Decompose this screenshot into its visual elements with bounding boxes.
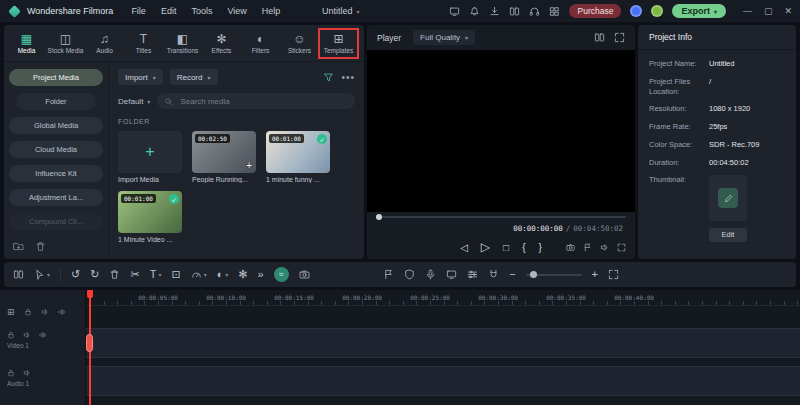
playhead-handle[interactable] <box>87 290 93 298</box>
sidebar-item-adjustment-layer[interactable]: Adjustment La... <box>9 189 103 206</box>
screen-record-button[interactable] <box>446 269 457 280</box>
purchase-button[interactable]: Purchase <box>569 4 621 18</box>
marker-button[interactable] <box>383 269 394 280</box>
sidebar-item-cloud-media[interactable]: Cloud Media <box>9 141 103 158</box>
crop-button[interactable]: ⊡ <box>171 269 180 280</box>
menu-tools[interactable]: Tools <box>191 6 212 16</box>
layout-icon[interactable] <box>509 6 520 17</box>
sidebar-item-influence-kit[interactable]: Influence Kit <box>9 165 103 182</box>
eye-icon[interactable] <box>39 331 47 339</box>
eye-icon[interactable] <box>58 308 66 316</box>
shortcut-grid-icon[interactable] <box>549 6 560 17</box>
record-button[interactable]: Record ▾ <box>170 69 218 85</box>
mark-out-button[interactable]: } <box>538 242 541 253</box>
color-button[interactable]: ◐ ▾ <box>217 269 229 280</box>
timeline-zoom-slider[interactable] <box>526 274 582 276</box>
tab-filters[interactable]: ◐ Filters <box>241 30 280 57</box>
mute-speaker-icon[interactable] <box>41 308 49 316</box>
download-icon[interactable] <box>489 6 500 17</box>
maximize-button[interactable]: ▢ <box>764 6 773 16</box>
edit-thumbnail-button[interactable]: Edit <box>709 228 747 242</box>
sort-dropdown[interactable]: Default ▾ <box>118 97 150 106</box>
import-button[interactable]: Import ▾ <box>118 69 163 85</box>
undo-button[interactable]: ↺ <box>71 269 80 280</box>
audio-stretch-toggle[interactable]: ≈ <box>274 267 289 282</box>
chevron-down-icon[interactable]: ▾ <box>357 8 360 15</box>
audio-track-lane[interactable] <box>86 366 800 396</box>
notifications-bell-icon[interactable] <box>469 6 480 17</box>
video-thumbnail[interactable]: 00:01:00 ✓ <box>266 131 330 173</box>
delete-icon[interactable] <box>35 241 46 252</box>
add-track-icon[interactable]: ⊞ <box>7 307 15 317</box>
playback-quality-dropdown[interactable]: Full Quality ▾ <box>413 30 475 45</box>
filter-funnel-icon[interactable] <box>323 72 334 83</box>
split-view-icon[interactable] <box>594 32 605 43</box>
search-input[interactable] <box>178 96 348 107</box>
tab-stock-media[interactable]: ◫ Stock Media <box>46 30 85 57</box>
close-button[interactable]: ✕ <box>784 6 792 16</box>
tab-templates[interactable]: ⊞ Templates <box>319 30 358 57</box>
volume-icon[interactable] <box>600 243 609 252</box>
zoom-slider-handle[interactable] <box>530 271 537 278</box>
lock-icon[interactable] <box>7 369 15 377</box>
redo-button[interactable]: ↻ <box>90 269 99 280</box>
menu-help[interactable]: Help <box>262 6 281 16</box>
snap-magnet-toggle[interactable] <box>488 269 499 280</box>
workspace-layout-icon[interactable] <box>13 269 24 280</box>
video-preview[interactable] <box>367 50 635 212</box>
seek-track[interactable] <box>376 216 626 218</box>
speed-button[interactable]: ▾ <box>191 269 207 280</box>
account-badge-blue[interactable] <box>630 5 642 17</box>
playhead-grip[interactable] <box>86 334 93 352</box>
ai-effects-button[interactable]: ✻ <box>238 269 247 280</box>
tab-titles[interactable]: T Titles <box>124 30 163 57</box>
mark-in-button[interactable]: { <box>522 242 525 253</box>
video-track-lane[interactable] <box>86 328 800 358</box>
text-tool-button[interactable]: T ▾ <box>150 269 162 280</box>
menu-view[interactable]: View <box>227 6 246 16</box>
detach-player-icon[interactable] <box>614 32 625 43</box>
more-options-icon[interactable]: ••• <box>341 72 355 83</box>
previous-frame-button[interactable]: ◁ <box>460 242 468 253</box>
record-voiceover-button[interactable] <box>425 269 436 280</box>
lock-icon[interactable] <box>7 331 15 339</box>
sidebar-item-global-media[interactable]: Global Media <box>9 117 103 134</box>
lock-icon[interactable] <box>24 308 32 316</box>
mute-speaker-icon[interactable] <box>23 369 31 377</box>
snapshot-camera-icon[interactable] <box>566 243 575 252</box>
video-thumbnail[interactable]: 00:01:00 ✓ <box>118 191 182 233</box>
support-headset-icon[interactable] <box>529 6 540 17</box>
mask-shield-button[interactable] <box>404 269 415 280</box>
split-scissors-button[interactable]: ✂ <box>130 269 139 280</box>
media-item-people-running[interactable]: 00:02:50 + People Running... <box>192 131 256 183</box>
tab-effects[interactable]: ✻ Effects <box>202 30 241 57</box>
stop-button[interactable]: □ <box>503 242 509 253</box>
seek-bar[interactable] <box>367 212 635 222</box>
video-thumbnail[interactable]: 00:02:50 + <box>192 131 256 173</box>
timeline-ruler[interactable]: 00:00:05:00 00:00:10:00 00:00:15:00 00:0… <box>86 290 800 306</box>
tab-stickers[interactable]: ☺ Stickers <box>280 30 319 57</box>
zoom-out-button[interactable]: − <box>509 269 515 280</box>
new-folder-icon[interactable] <box>13 241 24 252</box>
tab-audio[interactable]: ♫ Audio <box>85 30 124 57</box>
add-to-timeline-icon[interactable]: + <box>246 160 252 171</box>
snapshot-button[interactable] <box>299 269 310 280</box>
media-item-import[interactable]: + Import Media <box>118 131 182 183</box>
tab-transitions[interactable]: ◧ Transitions <box>163 30 202 57</box>
sidebar-item-compound-clip[interactable]: Compound Cli... <box>9 213 103 230</box>
export-button[interactable]: Export ▾ <box>672 4 726 18</box>
delete-button[interactable] <box>109 269 120 280</box>
sidebar-item-project-media[interactable]: Project Media <box>9 69 103 86</box>
play-button[interactable]: ▷ <box>481 240 490 254</box>
media-item-funny-video[interactable]: 00:01:00 ✓ 1 minute funny ... <box>266 131 330 183</box>
audio-mixer-button[interactable] <box>467 269 478 280</box>
tab-media[interactable]: ▦ Media <box>7 30 46 57</box>
media-item-one-minute-video[interactable]: 00:01:00 ✓ 1 Minute Video ... <box>118 191 182 243</box>
select-tool-button[interactable]: ▾ <box>34 269 50 280</box>
device-icon[interactable] <box>449 6 460 17</box>
fit-timeline-button[interactable] <box>608 269 619 280</box>
sidebar-item-folder[interactable]: Folder <box>16 93 97 110</box>
menu-file[interactable]: File <box>131 6 146 16</box>
fullscreen-icon[interactable] <box>617 243 626 252</box>
more-tools-button[interactable]: » <box>258 269 264 280</box>
